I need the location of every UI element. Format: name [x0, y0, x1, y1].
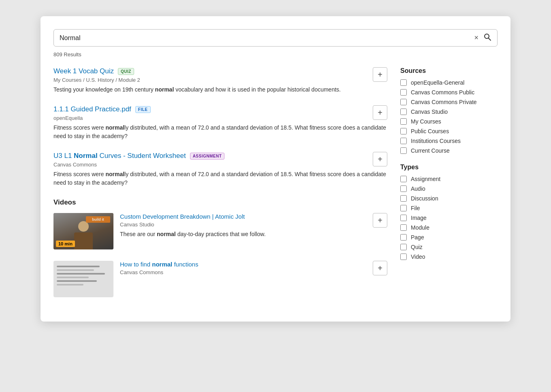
- video-description: These are our normal day-to-day practice…: [120, 230, 387, 239]
- video-duration: 10 min: [56, 241, 75, 247]
- results-count: 809 Results: [53, 51, 498, 58]
- source-label: My Courses: [411, 118, 441, 125]
- sidebar: Sources openEquella-General Canvas Commo…: [400, 67, 498, 309]
- video-title[interactable]: How to find normal functions: [120, 261, 387, 268]
- add-video-button[interactable]: +: [373, 261, 387, 275]
- source-filter-canvas-studio[interactable]: Canvas Studio: [400, 109, 498, 115]
- sources-section: Sources openEquella-General Canvas Commo…: [400, 67, 498, 154]
- type-filter-audio[interactable]: Audio: [400, 185, 498, 192]
- sources-title: Sources: [400, 67, 498, 75]
- source-label: Canvas Commons Private: [411, 99, 477, 105]
- source-filter-openequella-general[interactable]: openEquella-General: [400, 79, 498, 86]
- type-label: Image: [411, 215, 427, 221]
- result-item: Week 1 Vocab Quiz QUIZ My Courses / U.S.…: [53, 67, 387, 94]
- result-description: Testing your knowledge on 19th century n…: [53, 85, 387, 94]
- video-source: Canvas Studio: [120, 222, 387, 228]
- type-checkbox[interactable]: [400, 244, 407, 250]
- video-item: build it 10 min Custom Development Break…: [53, 213, 387, 249]
- source-checkbox[interactable]: [400, 79, 407, 86]
- result-title[interactable]: U3 L1 Normal Curves - Student Worksheet: [53, 152, 186, 160]
- type-filter-assignment[interactable]: Assignment: [400, 176, 498, 182]
- type-checkbox[interactable]: [400, 205, 407, 211]
- search-modal: × 809 Results Week 1 Vocab Quiz QUIZ My …: [41, 16, 510, 322]
- add-result-button[interactable]: +: [373, 67, 387, 82]
- type-label: Module: [411, 224, 429, 231]
- clear-icon[interactable]: ×: [474, 34, 478, 42]
- source-label: openEquella-General: [411, 79, 464, 86]
- source-label: Current Course: [411, 147, 450, 154]
- type-label: Quiz: [411, 244, 423, 250]
- search-icon[interactable]: [483, 33, 491, 43]
- result-description: Fitness scores were normally distributed…: [53, 170, 387, 187]
- type-checkbox[interactable]: [400, 185, 407, 192]
- source-filter-my-courses[interactable]: My Courses: [400, 118, 498, 125]
- videos-section-label: Videos: [53, 198, 387, 207]
- types-section: Types Assignment Audio Discussion File: [400, 164, 498, 260]
- video-thumbnail: build it 10 min: [53, 213, 113, 249]
- result-badge: QUIZ: [118, 68, 134, 75]
- type-filter-quiz[interactable]: Quiz: [400, 244, 498, 250]
- type-checkbox[interactable]: [400, 176, 407, 182]
- result-header: Week 1 Vocab Quiz QUIZ: [53, 67, 387, 75]
- type-label: Page: [411, 234, 424, 241]
- type-filter-discussion[interactable]: Discussion: [400, 195, 498, 202]
- type-filter-file[interactable]: File: [400, 205, 498, 211]
- content-layout: Week 1 Vocab Quiz QUIZ My Courses / U.S.…: [53, 67, 498, 309]
- result-item: 1.1.1 Guided Practice.pdf FILE openEquel…: [53, 105, 387, 141]
- result-header: U3 L1 Normal Curves - Student Worksheet …: [53, 152, 387, 160]
- add-result-button[interactable]: +: [373, 152, 387, 166]
- source-label: Canvas Commons Public: [411, 89, 474, 96]
- video-info: How to find normal functions Canvas Comm…: [120, 261, 387, 297]
- source-checkbox[interactable]: [400, 128, 407, 134]
- video-title[interactable]: Custom Development Breakdown | Atomic Jo…: [120, 213, 387, 220]
- source-label: Institutions Courses: [411, 138, 461, 144]
- video-thumbnail: [53, 261, 113, 297]
- type-checkbox[interactable]: [400, 215, 407, 221]
- type-checkbox[interactable]: [400, 254, 407, 260]
- source-label: Canvas Studio: [411, 109, 448, 115]
- source-checkbox[interactable]: [400, 109, 407, 115]
- source-checkbox[interactable]: [400, 89, 407, 96]
- source-filter-institutions-courses[interactable]: Institutions Courses: [400, 138, 498, 144]
- video-item: How to find normal functions Canvas Comm…: [53, 261, 387, 297]
- type-filter-image[interactable]: Image: [400, 215, 498, 221]
- source-filter-current-course[interactable]: Current Course: [400, 147, 498, 154]
- video-source: Canvas Commons: [120, 269, 387, 275]
- type-filter-video[interactable]: Video: [400, 254, 498, 260]
- type-filter-page[interactable]: Page: [400, 234, 498, 241]
- add-result-button[interactable]: +: [373, 105, 387, 120]
- result-header: 1.1.1 Guided Practice.pdf FILE: [53, 105, 387, 113]
- svg-line-1: [489, 38, 491, 40]
- result-title[interactable]: 1.1.1 Guided Practice.pdf: [53, 105, 131, 113]
- type-label: Assignment: [411, 176, 440, 182]
- type-checkbox[interactable]: [400, 195, 407, 202]
- result-item: U3 L1 Normal Curves - Student Worksheet …: [53, 152, 387, 187]
- type-label: Discussion: [411, 195, 438, 202]
- source-checkbox[interactable]: [400, 147, 407, 154]
- result-badge: FILE: [135, 106, 151, 113]
- types-title: Types: [400, 164, 498, 171]
- type-label: File: [411, 205, 420, 211]
- result-title[interactable]: Week 1 Vocab Quiz: [53, 67, 114, 75]
- search-bar: ×: [53, 29, 498, 47]
- source-checkbox[interactable]: [400, 99, 407, 105]
- source-checkbox[interactable]: [400, 138, 407, 144]
- results-pane: Week 1 Vocab Quiz QUIZ My Courses / U.S.…: [53, 67, 387, 309]
- source-label: Public Courses: [411, 128, 449, 134]
- type-filter-module[interactable]: Module: [400, 224, 498, 231]
- result-source: My Courses / U.S. History / Module 2: [53, 77, 387, 83]
- type-label: Video: [411, 254, 425, 260]
- result-source: Canvas Commons: [53, 162, 387, 168]
- search-input[interactable]: [60, 34, 474, 42]
- type-checkbox[interactable]: [400, 224, 407, 231]
- source-filter-public-courses[interactable]: Public Courses: [400, 128, 498, 134]
- source-checkbox[interactable]: [400, 118, 407, 125]
- add-video-button[interactable]: +: [373, 213, 387, 228]
- video-info: Custom Development Breakdown | Atomic Jo…: [120, 213, 387, 249]
- source-filter-canvas-commons-private[interactable]: Canvas Commons Private: [400, 99, 498, 105]
- result-source: openEquella: [53, 115, 387, 121]
- result-badge: ASSIGNMENT: [190, 153, 225, 160]
- result-description: Fitness scores were normally distributed…: [53, 124, 387, 141]
- source-filter-canvas-commons-public[interactable]: Canvas Commons Public: [400, 89, 498, 96]
- type-checkbox[interactable]: [400, 234, 407, 241]
